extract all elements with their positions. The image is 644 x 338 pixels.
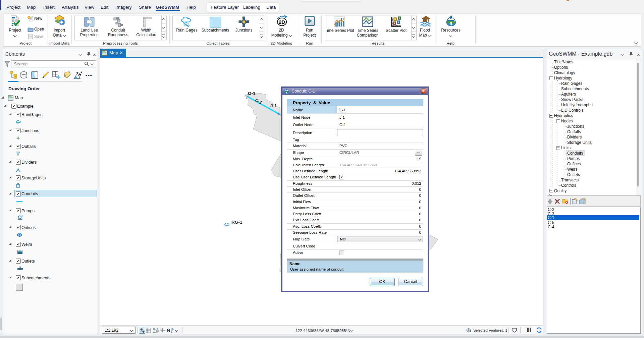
svg-text:RG-1: RG-1: [231, 220, 243, 225]
svg-text:N: N: [167, 328, 170, 333]
svg-text:O-1: O-1: [248, 91, 256, 96]
svg-text:J-1: J-1: [270, 103, 277, 108]
svg-text:2D: 2D: [279, 19, 285, 25]
